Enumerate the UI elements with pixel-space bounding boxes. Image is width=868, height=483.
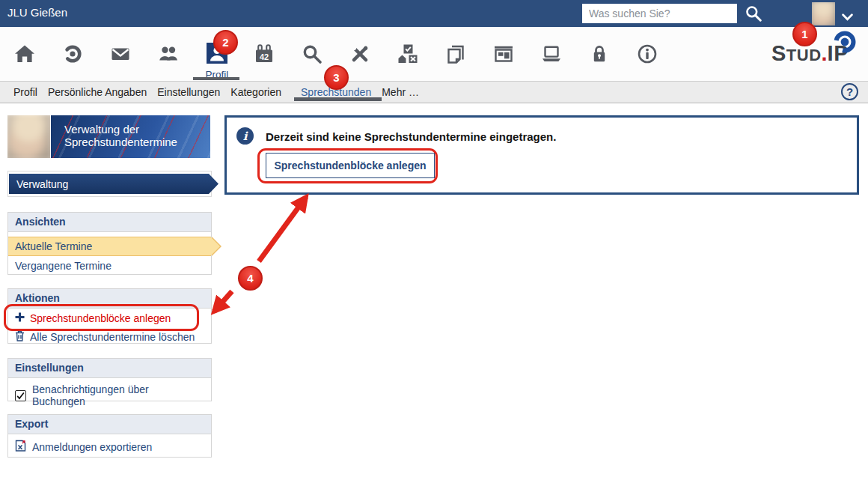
studip-spiral-icon	[832, 29, 858, 58]
plus-icon	[15, 312, 25, 324]
active-nav-underline	[193, 77, 239, 80]
info-nav-icon[interactable]	[626, 43, 668, 65]
bulletin-board-icon[interactable]	[483, 43, 525, 65]
info-message-box: i Derzeit sind keine Sprechstundentermin…	[224, 115, 859, 195]
chevron-down-icon[interactable]	[842, 10, 853, 24]
item-label: Vergangene Termine	[15, 260, 111, 272]
tools-icon[interactable]	[339, 43, 381, 65]
arrow-to-create-button	[259, 197, 306, 261]
export-file-icon	[15, 440, 26, 454]
search-nav-icon[interactable]	[291, 43, 333, 65]
empty-state-message: Derzeit sind keine Sprechstundentermine …	[266, 130, 556, 143]
tab-kategorien[interactable]: Kategorien	[225, 82, 287, 103]
laptop-icon[interactable]	[531, 43, 572, 65]
arrow-to-sidebar-action	[214, 291, 232, 312]
search-button[interactable]	[744, 4, 763, 22]
profile-icon	[207, 43, 227, 64]
logo-text: TUD	[786, 46, 822, 64]
sidebar-item-vergangene-termine[interactable]: Vergangene Termine	[8, 256, 211, 275]
setting-label: Benachrichtigungen über Buchungen	[32, 383, 204, 407]
action-delete-all-termine[interactable]: Alle Sprechstundentermine löschen	[8, 327, 211, 347]
widget-title: Export	[8, 415, 211, 434]
action-label: Anmeldungen exportieren	[32, 441, 152, 453]
organization-name: JLU Gießen	[7, 6, 67, 19]
action-label: Sprechstundenblöcke anlegen	[30, 312, 171, 324]
sidebar-profile-photo	[7, 115, 50, 158]
action-create-sprechstundenbloecke[interactable]: Sprechstundenblöcke anlegen	[8, 309, 211, 327]
tab-label: Sprechstunden	[301, 86, 371, 98]
tab-einstellungen[interactable]: Einstellungen	[152, 82, 225, 103]
spiral-courses-icon[interactable]	[52, 43, 94, 65]
sidebar-context-banner: Verwaltung der Sprechstundentermine	[51, 115, 210, 158]
item-label: Aktuelle Termine	[15, 240, 92, 252]
questionnaires-icon[interactable]	[387, 43, 429, 65]
logo-dot: .	[822, 41, 828, 65]
profile-nav-item[interactable]: Profil	[196, 43, 238, 80]
sidebar-nav-verwaltung[interactable]: Verwaltung	[9, 174, 218, 194]
tab-label: Mehr …	[382, 86, 419, 98]
mail-icon[interactable]	[100, 43, 141, 65]
annotation-badge-4: 4	[238, 266, 263, 291]
sidebar-widget-export: Export Anmeldungen exportieren	[7, 414, 212, 458]
logo-text: S	[771, 41, 786, 65]
tab-persoenliche-angaben[interactable]: Persönliche Angaben	[43, 82, 152, 103]
studip-page: JLU Gießen Profil	[0, 0, 868, 483]
tab-label: Profil	[13, 86, 37, 98]
create-sprechstundenbloecke-button[interactable]: Sprechstundenblöcke anlegen	[266, 153, 435, 178]
sidebar-item-aktuelle-termine[interactable]: Aktuelle Termine	[8, 237, 211, 256]
info-icon: i	[236, 127, 254, 145]
studip-logo[interactable]: STUD.IP	[771, 41, 849, 66]
action-label: Alle Sprechstundentermine löschen	[30, 331, 195, 343]
widget-title: Ansichten	[8, 213, 211, 232]
tab-label: Kategorien	[230, 86, 281, 98]
trash-icon	[15, 330, 25, 344]
tab-mehr[interactable]: Mehr …	[376, 82, 424, 103]
tab-profil[interactable]: Profil	[8, 82, 43, 103]
home-icon[interactable]	[4, 43, 46, 65]
search-icon	[745, 13, 762, 25]
community-icon[interactable]	[147, 43, 189, 65]
sidebar-widget-ansichten: Ansichten Aktuelle Termine Vergangene Te…	[7, 212, 212, 275]
action-export-anmeldungen[interactable]: Anmeldungen exportieren	[8, 434, 211, 459]
main-toolbar: Profil 42 STUD.IP	[0, 27, 868, 81]
schedule-calendar-icon[interactable]: 42	[243, 43, 285, 65]
top-bar: JLU Gießen	[0, 0, 868, 27]
sidebar-widget-einstellungen: Einstellungen Benachrichtigungen über Bu…	[7, 358, 212, 401]
profile-tab-bar: Profil Persönliche Angaben Einstellungen…	[0, 81, 868, 103]
checkbox-checked-icon[interactable]	[15, 390, 26, 401]
tab-label: Einstellungen	[157, 86, 220, 98]
widget-title: Einstellungen	[8, 359, 211, 378]
avatar-image	[812, 2, 835, 25]
sidebar-widget-aktionen: Aktionen Sprechstundenblöcke anlegen All…	[7, 288, 212, 344]
avatar-image	[7, 115, 50, 158]
svg-text:42: 42	[260, 52, 269, 61]
tab-label: Persönliche Angaben	[48, 86, 147, 98]
tab-sprechstunden[interactable]: Sprechstunden	[296, 82, 376, 103]
lock-icon[interactable]	[578, 43, 620, 65]
files-icon[interactable]	[435, 43, 477, 65]
sidebar-nav-banner-frame: Verwaltung	[7, 171, 212, 197]
help-icon[interactable]: ?	[841, 83, 858, 100]
sidebar-context-title: Verwaltung der Sprechstundentermine	[64, 123, 177, 148]
setting-benachrichtigungen[interactable]: Benachrichtigungen über Buchungen	[8, 378, 211, 413]
user-avatar[interactable]	[812, 2, 835, 25]
widget-title: Aktionen	[8, 289, 211, 309]
search-input[interactable]	[582, 4, 737, 23]
